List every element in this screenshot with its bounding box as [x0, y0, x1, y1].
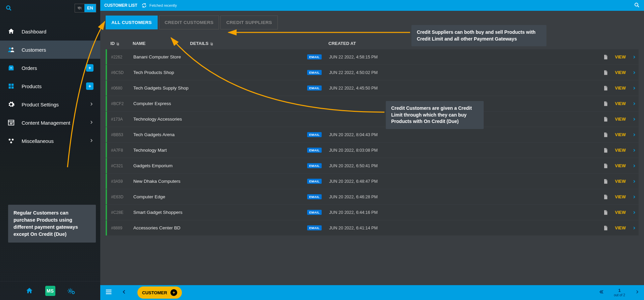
document-icon	[603, 132, 608, 138]
table-row[interactable]: #BB53Tech Gadgets ArenaEMAILJUN 20 2022,…	[106, 127, 639, 142]
hamburger-icon	[105, 288, 112, 296]
table-row[interactable]: #BCF2Computer ExpressVIEW	[106, 96, 639, 111]
svg-point-15	[10, 142, 12, 144]
home-shortcut-button[interactable]	[24, 286, 34, 296]
cell-details: EMAIL	[191, 210, 329, 215]
content: ALL CUSTOMERS CREDIT CUSTOMERS CREDIT SU…	[100, 11, 644, 285]
chevron-right-icon	[89, 120, 93, 126]
tab-credit-suppliers[interactable]: CREDIT SUPPLIERS	[220, 16, 277, 29]
table-row[interactable]: #3A59New Dhaka ComputersEMAILJUN 20 2022…	[106, 174, 639, 189]
cell-details: EMAIL	[191, 85, 329, 91]
cell-id: #C28E	[110, 210, 133, 215]
table-row[interactable]: #C321Gadgets EmporiumEMAILJUN 20 2022, 6…	[106, 158, 639, 173]
cell-name: Banani Computer Store	[133, 54, 191, 59]
cell-created: JUN 20 2022, 6:50:41 PM	[329, 164, 595, 168]
view-label: VIEW	[615, 148, 626, 153]
view-button[interactable]: VIEW	[595, 163, 636, 169]
cell-details: EMAIL	[191, 148, 329, 153]
svg-point-14	[12, 139, 14, 141]
svg-point-2	[9, 47, 11, 49]
view-button[interactable]: VIEW	[595, 85, 636, 91]
view-button[interactable]: VIEW	[595, 54, 636, 60]
page-first-button[interactable]	[599, 290, 604, 295]
view-label: VIEW	[615, 132, 626, 137]
main: CUSTOMER LIST Fetched recently ALL CUSTO…	[100, 0, 644, 300]
topbar-search-button[interactable]	[634, 2, 640, 9]
sidebar-item-customers[interactable]: Customers	[0, 41, 100, 59]
view-label: VIEW	[615, 164, 626, 168]
products-icon	[7, 82, 16, 91]
cell-created: JUN 20 2022, 6:44:16 PM	[329, 210, 595, 215]
cell-details: EMAIL	[191, 70, 329, 75]
svg-point-13	[9, 139, 11, 141]
table-row[interactable]: #C28ESmart Gadget ShoppersEMAILJUN 20 20…	[106, 205, 639, 220]
copy-icon[interactable]	[210, 42, 214, 46]
email-badge: EMAIL	[307, 85, 322, 91]
home-icon	[25, 287, 33, 295]
table-row[interactable]: #6C5DTech Products ShopEMAILJUN 22 2022,…	[106, 65, 639, 80]
svg-line-1	[10, 9, 11, 10]
view-button[interactable]: VIEW	[595, 132, 636, 138]
view-button[interactable]: VIEW	[595, 194, 636, 200]
copy-icon[interactable]	[116, 42, 120, 46]
view-button[interactable]: VIEW	[595, 179, 636, 184]
add-button[interactable]: +	[86, 64, 93, 72]
svg-rect-22	[211, 43, 213, 46]
hamburger-button[interactable]	[105, 288, 112, 297]
add-button[interactable]: +	[86, 82, 93, 90]
lang-english[interactable]: EN	[84, 4, 96, 12]
sidebar-item-orders[interactable]: Orders+	[0, 59, 100, 77]
view-button[interactable]: VIEW	[595, 70, 636, 75]
search-icon	[634, 2, 640, 8]
sidebar-search-button[interactable]	[4, 3, 14, 13]
svg-point-0	[6, 6, 10, 9]
svg-point-16	[69, 290, 71, 292]
sidebar-item-dashboard[interactable]: Dashboard	[0, 22, 100, 41]
view-label: VIEW	[615, 179, 626, 184]
document-icon	[603, 54, 608, 60]
fetched-label: Fetched recently	[150, 3, 177, 7]
sidebar-item-miscellaneous[interactable]: Miscellaneous	[0, 132, 100, 150]
nav-label: Products	[22, 83, 42, 89]
document-icon	[603, 179, 608, 184]
language-toggle[interactable]: বাং EN	[75, 4, 96, 12]
email-badge: EMAIL	[307, 210, 322, 215]
settings-shortcut-button[interactable]	[66, 286, 76, 296]
view-button[interactable]: VIEW	[595, 117, 636, 122]
cell-id: #3A59	[110, 179, 133, 184]
view-button[interactable]: VIEW	[595, 101, 636, 106]
misc-icon	[7, 136, 16, 145]
sidebar-item-content-management[interactable]: Content Management	[0, 114, 100, 132]
refresh-icon[interactable]	[141, 3, 147, 8]
back-button[interactable]	[122, 290, 127, 296]
cell-name: Tech Gadgets Arena	[133, 132, 191, 137]
view-button[interactable]: VIEW	[595, 210, 636, 215]
email-badge: EMAIL	[307, 163, 322, 168]
document-icon	[603, 163, 608, 169]
add-customer-button[interactable]: CUSTOMER +	[137, 286, 182, 299]
sidebar-top: বাং EN	[0, 0, 100, 16]
double-chevron-left-icon	[599, 290, 604, 294]
cell-created: JUN 20 2022, 8:04:43 PM	[329, 132, 595, 137]
table-row[interactable]: #E63DComputer EdgeEMAILJUN 20 2022, 6:46…	[106, 189, 639, 204]
tab-all-customers[interactable]: ALL CUSTOMERS	[106, 16, 158, 29]
ms-badge[interactable]: MS	[45, 286, 55, 296]
sidebar-item-products[interactable]: Products+	[0, 77, 100, 95]
table-row[interactable]: #2262Banani Computer StoreEMAILJUN 22 20…	[106, 49, 639, 65]
page-next-button[interactable]	[635, 290, 639, 295]
view-button[interactable]: VIEW	[595, 225, 636, 231]
tab-credit-customers[interactable]: CREDIT CUSTOMERS	[159, 16, 219, 29]
table-row[interactable]: #0680Tech Gadgets Supply ShopEMAILJUN 22…	[106, 80, 639, 96]
sidebar-item-product-settings[interactable]: Product Settings	[0, 95, 100, 114]
table-row[interactable]: #173ATechnology AccessoriesVIEW	[106, 111, 639, 127]
document-icon	[603, 194, 608, 200]
cell-created: JUN 20 2022, 6:41:14 PM	[329, 226, 595, 230]
view-button[interactable]: VIEW	[595, 148, 636, 153]
chevron-right-icon	[89, 101, 93, 107]
add-customer-label: CUSTOMER	[142, 290, 167, 295]
lang-bangla[interactable]: বাং	[75, 4, 84, 12]
table-row[interactable]: #A7F8Technology MartEMAILJUN 20 2022, 8:…	[106, 143, 639, 158]
chevron-right-icon	[89, 138, 93, 144]
cell-id: #C321	[110, 164, 133, 168]
table-row[interactable]: #8889Accessories Center BDEMAILJUN 20 20…	[106, 220, 639, 235]
